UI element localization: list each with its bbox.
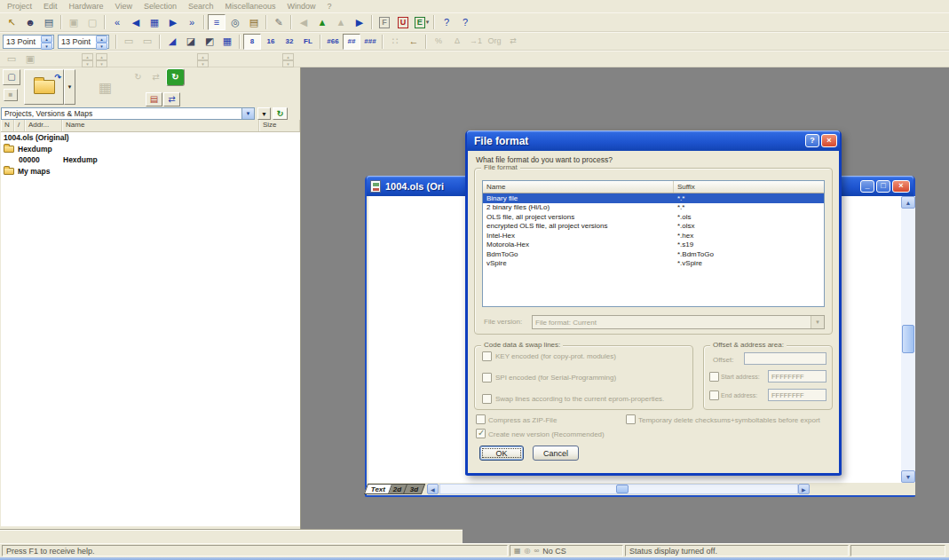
combo-arrow-icon[interactable]: ▼: [241, 108, 254, 119]
width-32-icon[interactable]: 32: [281, 34, 298, 50]
nav-right-icon[interactable]: ▶: [351, 14, 368, 30]
minimize-button[interactable]: _: [860, 180, 874, 193]
web-update-button[interactable]: ↻: [166, 68, 185, 86]
horizontal-scrollbar[interactable]: [439, 484, 798, 494]
delta-icon[interactable]: Δ: [448, 34, 466, 50]
dialog-close-button[interactable]: ×: [821, 134, 837, 147]
step-forward-icon[interactable]: ▶: [164, 14, 182, 30]
column-suffix[interactable]: Suffix: [674, 181, 824, 193]
tree-row-folder[interactable]: Hexdump: [1, 144, 300, 155]
scroll-down-icon[interactable]: ▼: [901, 470, 915, 483]
point-size-spinner[interactable]: 13 Point▴▾: [3, 35, 54, 49]
fast-forward-icon[interactable]: »: [183, 14, 201, 30]
bank-spinner[interactable]: ▴▾: [197, 53, 209, 67]
goto-address-icon[interactable]: →1: [467, 34, 485, 50]
hscroll-right-icon[interactable]: ▶: [798, 484, 810, 494]
menu-hardware[interactable]: Hardware: [69, 2, 104, 11]
vertical-scrollbar[interactable]: ▲ ▼: [901, 196, 915, 483]
spin-up-icon[interactable]: ▴: [282, 53, 294, 60]
spin-down-icon[interactable]: ▾: [96, 43, 107, 50]
point-size-spinner[interactable]: 13 Point▴▾: [58, 35, 109, 49]
swap-bytes-icon[interactable]: ⇄: [504, 34, 522, 50]
format-row[interactable]: vSpire *.vSpire: [483, 259, 824, 269]
view-u-icon[interactable]: U: [394, 14, 412, 30]
fill-dark-icon[interactable]: ◪: [182, 34, 200, 50]
word-view-icon[interactable]: ##: [343, 34, 360, 50]
list-header-column[interactable]: Name: [62, 120, 259, 131]
spinner-arrows-icon[interactable]: ▴▾: [96, 35, 107, 48]
spin-up-icon[interactable]: ▴: [41, 35, 52, 43]
start-address-checkbox[interactable]: [709, 372, 719, 382]
format-row[interactable]: Intel-Hex *.hex: [483, 231, 824, 241]
checksum-icon[interactable]: #66: [324, 34, 342, 50]
width-8-icon[interactable]: 8: [243, 34, 261, 50]
grab-icon[interactable]: ▣: [21, 51, 39, 67]
fill-light-icon[interactable]: ◩: [201, 34, 218, 50]
menu-selection[interactable]: Selection: [144, 2, 177, 11]
spin-up-icon[interactable]: ▴: [82, 53, 93, 60]
buffer-view-icon[interactable]: ▤: [245, 14, 263, 30]
sync-button[interactable]: ↻: [130, 70, 146, 84]
width-fl-icon[interactable]: FL: [299, 34, 317, 50]
cascade-window-icon[interactable]: ▭: [138, 34, 156, 50]
user-icon[interactable]: ☻: [21, 14, 39, 30]
compress-zip-checkbox[interactable]: [476, 414, 486, 424]
spin-down-icon[interactable]: ▾: [282, 60, 294, 67]
jump-back-icon[interactable]: ←: [405, 34, 423, 50]
spin-down-icon[interactable]: ▾: [82, 60, 93, 67]
menu-window[interactable]: Window: [288, 2, 316, 11]
open-project-button[interactable]: ↷: [24, 69, 64, 105]
end-address-checkbox[interactable]: [709, 390, 719, 400]
pointer-tool-icon[interactable]: ↖: [3, 14, 20, 30]
address-spinner[interactable]: ▴▾: [96, 53, 107, 67]
start-address-input[interactable]: FFFFFFFF: [768, 370, 826, 383]
copy-window-icon[interactable]: ▣: [65, 14, 83, 30]
rewind-icon[interactable]: «: [108, 14, 126, 30]
org-icon[interactable]: Org: [486, 34, 503, 50]
menu-view[interactable]: View: [115, 2, 132, 11]
column-name[interactable]: Name: [483, 181, 674, 193]
view-e-icon[interactable]: E: [413, 14, 431, 30]
grid-view-icon[interactable]: ▦: [146, 14, 163, 30]
format-row[interactable]: OLS file, all project versions *.ols: [483, 212, 824, 222]
cancel-button[interactable]: Cancel: [533, 446, 579, 461]
format-row[interactable]: 2 binary files (Hi/Lo) *.*: [483, 203, 824, 213]
menu-edit[interactable]: Edit: [43, 2, 58, 11]
paste-window-icon[interactable]: ▢: [83, 14, 101, 30]
panel-refresh-button[interactable]: ↻: [273, 107, 288, 120]
swap-window-button[interactable]: ⇄: [163, 92, 180, 106]
temp-delete-checkbox[interactable]: [626, 414, 636, 424]
format-row[interactable]: Motorola-Hex *.s19: [483, 241, 824, 250]
split-view-icon[interactable]: ∷: [386, 34, 404, 50]
frame-f-icon[interactable]: F: [376, 14, 393, 30]
end-address-input[interactable]: FFFFFFFF: [768, 389, 826, 401]
address-spinner[interactable]: ▴▾: [82, 53, 93, 67]
menu-help[interactable]: ?: [328, 2, 332, 11]
help-icon[interactable]: ?: [438, 14, 455, 30]
spin-up-icon[interactable]: ▴: [96, 53, 107, 60]
link-button[interactable]: ⇄: [147, 70, 164, 84]
sheet-tab[interactable]: 3d: [402, 484, 425, 494]
format-row[interactable]: Binary file *.*: [483, 193, 824, 203]
spin-down-icon[interactable]: ▾: [197, 60, 209, 67]
spin-up-icon[interactable]: ▴: [96, 35, 107, 43]
spin-down-icon[interactable]: ▾: [96, 60, 107, 67]
maximize-button[interactable]: □: [876, 180, 890, 193]
width-16-icon[interactable]: 16: [262, 34, 280, 50]
file-version-combobox[interactable]: File format: Current ▼: [532, 315, 825, 329]
context-help-icon[interactable]: ?: [456, 14, 474, 30]
list-header-column[interactable]: Size: [259, 120, 300, 131]
spin-down-icon[interactable]: ▾: [41, 43, 52, 50]
list-header-column[interactable]: Addr...: [25, 120, 62, 131]
edit-tool-icon[interactable]: ✎: [270, 14, 288, 30]
close-button[interactable]: ×: [892, 180, 910, 193]
menu-miscellaneous[interactable]: Miscellaneous: [225, 2, 275, 11]
step-back-icon[interactable]: ◀: [127, 14, 145, 30]
burn-eprom-button[interactable]: ▦: [86, 72, 124, 104]
key-encoded-checkbox[interactable]: [482, 351, 492, 361]
list-header-column[interactable]: /: [14, 120, 25, 131]
block-grid-icon[interactable]: ▦: [218, 34, 236, 50]
new-map-button[interactable]: ▢: [3, 69, 20, 85]
menu-project[interactable]: Project: [7, 2, 32, 11]
scrollbar-thumb[interactable]: [616, 485, 629, 493]
